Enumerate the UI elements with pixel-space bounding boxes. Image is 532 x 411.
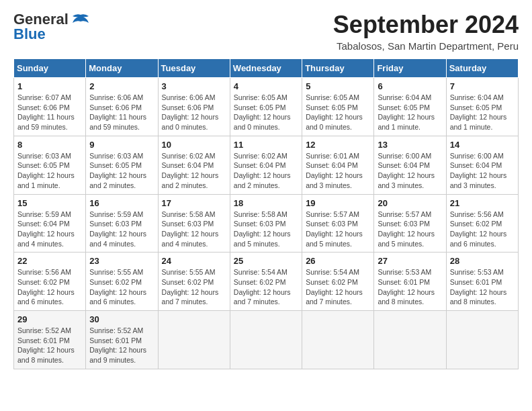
day-info: Sunrise: 6:02 AM Sunset: 6:04 PM Dayligh… (162, 151, 226, 191)
day-info: Sunrise: 5:53 AM Sunset: 6:01 PM Dayligh… (450, 267, 515, 307)
day-info: Sunrise: 6:04 AM Sunset: 6:05 PM Dayligh… (378, 93, 442, 132)
day-info: Sunrise: 6:06 AM Sunset: 6:06 PM Dayligh… (162, 93, 226, 132)
day-number: 8 (17, 140, 82, 150)
calendar-week-4: 22Sunrise: 5:56 AM Sunset: 6:02 PM Dayli… (14, 253, 519, 311)
day-info: Sunrise: 5:54 AM Sunset: 6:02 PM Dayligh… (234, 267, 298, 307)
day-info: Sunrise: 5:58 AM Sunset: 6:03 PM Dayligh… (234, 210, 298, 249)
calendar-cell: 8Sunrise: 6:03 AM Sunset: 6:05 PM Daylig… (14, 136, 86, 194)
calendar-cell (230, 311, 302, 369)
calendar-cell: 26Sunrise: 5:54 AM Sunset: 6:02 PM Dayli… (302, 253, 374, 311)
day-info: Sunrise: 6:00 AM Sunset: 6:04 PM Dayligh… (450, 151, 515, 191)
day-number: 19 (306, 198, 370, 208)
day-number: 26 (306, 256, 370, 266)
calendar-cell: 28Sunrise: 5:53 AM Sunset: 6:01 PM Dayli… (446, 253, 518, 311)
logo: General Blue (13, 11, 90, 43)
day-number: 11 (234, 140, 298, 150)
day-info: Sunrise: 5:57 AM Sunset: 6:03 PM Dayligh… (306, 210, 370, 249)
day-number: 22 (17, 256, 82, 266)
day-number: 14 (450, 140, 515, 150)
calendar-cell: 4Sunrise: 6:05 AM Sunset: 6:05 PM Daylig… (230, 78, 302, 136)
day-info: Sunrise: 5:53 AM Sunset: 6:01 PM Dayligh… (378, 267, 442, 307)
calendar-cell: 13Sunrise: 6:00 AM Sunset: 6:04 PM Dayli… (374, 136, 446, 194)
col-header-saturday: Saturday (446, 59, 518, 78)
calendar-cell: 18Sunrise: 5:58 AM Sunset: 6:03 PM Dayli… (230, 194, 302, 253)
day-number: 18 (234, 198, 298, 208)
calendar-week-3: 15Sunrise: 5:59 AM Sunset: 6:04 PM Dayli… (14, 194, 519, 253)
day-number: 27 (378, 256, 442, 266)
day-number: 16 (89, 198, 154, 208)
col-header-thursday: Thursday (302, 59, 374, 78)
day-number: 2 (89, 81, 154, 91)
day-info: Sunrise: 5:54 AM Sunset: 6:02 PM Dayligh… (306, 267, 370, 307)
day-number: 4 (234, 81, 298, 91)
calendar-cell: 9Sunrise: 6:03 AM Sunset: 6:05 PM Daylig… (86, 136, 158, 194)
calendar-cell: 24Sunrise: 5:55 AM Sunset: 6:02 PM Dayli… (158, 253, 230, 311)
day-info: Sunrise: 6:07 AM Sunset: 6:06 PM Dayligh… (17, 93, 82, 132)
calendar-week-1: 1Sunrise: 6:07 AM Sunset: 6:06 PM Daylig… (14, 78, 519, 136)
day-info: Sunrise: 6:03 AM Sunset: 6:05 PM Dayligh… (89, 151, 154, 191)
col-header-wednesday: Wednesday (230, 59, 302, 78)
day-number: 9 (89, 140, 154, 150)
day-number: 23 (89, 256, 154, 266)
day-number: 30 (89, 314, 154, 324)
calendar-cell: 6Sunrise: 6:04 AM Sunset: 6:05 PM Daylig… (374, 78, 446, 136)
day-number: 24 (162, 256, 226, 266)
day-info: Sunrise: 5:59 AM Sunset: 6:03 PM Dayligh… (89, 210, 154, 249)
calendar-cell: 14Sunrise: 6:00 AM Sunset: 6:04 PM Dayli… (446, 136, 518, 194)
title-area: September 2024 Tabalosos, San Martin Dep… (333, 11, 519, 52)
day-info: Sunrise: 6:02 AM Sunset: 6:04 PM Dayligh… (234, 151, 298, 191)
day-number: 6 (378, 81, 442, 91)
calendar-cell: 20Sunrise: 5:57 AM Sunset: 6:03 PM Dayli… (374, 194, 446, 253)
calendar-cell: 17Sunrise: 5:58 AM Sunset: 6:03 PM Dayli… (158, 194, 230, 253)
day-info: Sunrise: 5:52 AM Sunset: 6:01 PM Dayligh… (89, 326, 154, 365)
day-number: 13 (378, 140, 442, 150)
day-number: 20 (378, 198, 442, 208)
day-number: 21 (450, 198, 515, 208)
day-number: 17 (162, 198, 226, 208)
page-header: General Blue September 2024 Tabalosos, S… (13, 11, 519, 52)
day-info: Sunrise: 5:56 AM Sunset: 6:02 PM Dayligh… (17, 267, 82, 307)
calendar-cell: 21Sunrise: 5:56 AM Sunset: 6:02 PM Dayli… (446, 194, 518, 253)
calendar-cell: 1Sunrise: 6:07 AM Sunset: 6:06 PM Daylig… (14, 78, 86, 136)
calendar-cell: 15Sunrise: 5:59 AM Sunset: 6:04 PM Dayli… (14, 194, 86, 253)
day-info: Sunrise: 5:55 AM Sunset: 6:02 PM Dayligh… (162, 267, 226, 307)
col-header-friday: Friday (374, 59, 446, 78)
calendar-cell (446, 311, 518, 369)
col-header-sunday: Sunday (14, 59, 86, 78)
calendar-cell: 3Sunrise: 6:06 AM Sunset: 6:06 PM Daylig… (158, 78, 230, 136)
day-info: Sunrise: 6:05 AM Sunset: 6:05 PM Dayligh… (234, 93, 298, 132)
col-header-tuesday: Tuesday (158, 59, 230, 78)
calendar-cell: 12Sunrise: 6:01 AM Sunset: 6:04 PM Dayli… (302, 136, 374, 194)
day-number: 29 (17, 314, 82, 324)
day-info: Sunrise: 5:56 AM Sunset: 6:02 PM Dayligh… (450, 210, 515, 249)
day-info: Sunrise: 5:58 AM Sunset: 6:03 PM Dayligh… (162, 210, 226, 249)
calendar-cell: 10Sunrise: 6:02 AM Sunset: 6:04 PM Dayli… (158, 136, 230, 194)
calendar-cell: 7Sunrise: 6:04 AM Sunset: 6:05 PM Daylig… (446, 78, 518, 136)
day-number: 1 (17, 81, 82, 91)
calendar-cell: 16Sunrise: 5:59 AM Sunset: 6:03 PM Dayli… (86, 194, 158, 253)
calendar-cell: 22Sunrise: 5:56 AM Sunset: 6:02 PM Dayli… (14, 253, 86, 311)
day-info: Sunrise: 5:52 AM Sunset: 6:01 PM Dayligh… (17, 326, 82, 365)
day-info: Sunrise: 6:06 AM Sunset: 6:06 PM Dayligh… (89, 93, 154, 132)
day-info: Sunrise: 5:55 AM Sunset: 6:02 PM Dayligh… (89, 267, 154, 307)
col-header-monday: Monday (86, 59, 158, 78)
day-info: Sunrise: 6:00 AM Sunset: 6:04 PM Dayligh… (378, 151, 442, 191)
calendar-cell: 5Sunrise: 6:05 AM Sunset: 6:05 PM Daylig… (302, 78, 374, 136)
day-number: 12 (306, 140, 370, 150)
calendar-cell: 11Sunrise: 6:02 AM Sunset: 6:04 PM Dayli… (230, 136, 302, 194)
day-info: Sunrise: 5:57 AM Sunset: 6:03 PM Dayligh… (378, 210, 442, 249)
calendar-table: SundayMondayTuesdayWednesdayThursdayFrid… (13, 58, 519, 369)
month-title: September 2024 (333, 11, 519, 39)
calendar-week-2: 8Sunrise: 6:03 AM Sunset: 6:05 PM Daylig… (14, 136, 519, 194)
calendar-header-row: SundayMondayTuesdayWednesdayThursdayFrid… (14, 59, 519, 78)
logo-bird-icon (71, 13, 90, 26)
day-number: 15 (17, 198, 82, 208)
calendar-cell (302, 311, 374, 369)
location-title: Tabalosos, San Martin Department, Peru (333, 40, 519, 52)
calendar-week-5: 29Sunrise: 5:52 AM Sunset: 6:01 PM Dayli… (14, 311, 519, 369)
day-number: 7 (450, 81, 515, 91)
calendar-cell (158, 311, 230, 369)
calendar-cell (374, 311, 446, 369)
calendar-cell: 29Sunrise: 5:52 AM Sunset: 6:01 PM Dayli… (14, 311, 86, 369)
day-info: Sunrise: 6:03 AM Sunset: 6:05 PM Dayligh… (17, 151, 82, 191)
